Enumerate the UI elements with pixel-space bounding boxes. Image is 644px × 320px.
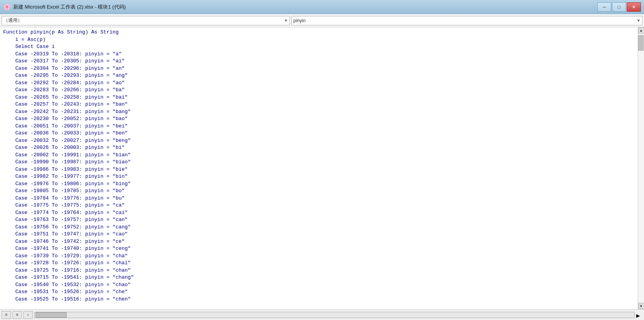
- bottom-btn-1[interactable]: ≡: [2, 311, 11, 319]
- code-line: Case -19739 To -19729: pinyin = "cha": [3, 253, 635, 260]
- code-line: Case -19805 To -19785: pinyin = "bo": [3, 187, 635, 195]
- window-title: 新建 Microsoft Excel 工作表 (2).xlsx - 模块1 (代…: [13, 4, 126, 11]
- bottom-bar: ≡ ≡ ‹ ▶: [0, 309, 644, 320]
- code-line: Case -19976 To -19806: pinyin = "bing": [3, 180, 635, 188]
- window-controls: ─ □ ✕: [597, 2, 641, 12]
- horizontal-scroll-thumb[interactable]: [35, 312, 67, 318]
- code-line: Case -19774 To -19764: pinyin = "cai": [3, 209, 635, 217]
- scroll-thumb[interactable]: [638, 35, 644, 51]
- code-line: Case -20265 To -20258: pinyin = "bai": [3, 94, 635, 101]
- toolbar: （通用） ▼ pinyin ▼: [0, 14, 644, 27]
- close-button[interactable]: ✕: [627, 2, 641, 12]
- code-line: Case -19540 To -19532: pinyin = "chao": [3, 281, 635, 289]
- code-line: Case -20317 To -20305: pinyin = "ai": [3, 58, 635, 65]
- code-line: Case -20295 To -20293: pinyin = "ang": [3, 72, 635, 80]
- code-line: Case -20283 To -20266: pinyin = "ba": [3, 87, 635, 94]
- code-line: Case -20036 To -20033: pinyin = "ben": [3, 130, 635, 137]
- title-bar-left: 🌸 新建 Microsoft Excel 工作表 (2).xlsx - 模块1 …: [3, 3, 126, 11]
- code-line: Case -20051 To -20037: pinyin = "bei": [3, 123, 635, 130]
- code-line: Case -20026 To -20003: pinyin = "bi": [3, 144, 635, 152]
- proc-select-value: pinyin: [293, 18, 305, 23]
- code-line: Case -19728 To -19726: pinyin = "chai": [3, 260, 635, 267]
- code-line: Case -19525 To -19516: pinyin = "chen": [3, 296, 635, 303]
- vertical-scrollbar[interactable]: ▲ ▼: [638, 27, 644, 309]
- app-icon: 🌸: [3, 3, 11, 11]
- code-line: Case -19982 To -19977: pinyin = "bin": [3, 173, 635, 180]
- minimize-button[interactable]: ─: [597, 2, 611, 12]
- code-line: Case -19763 To -19757: pinyin = "can": [3, 216, 635, 224]
- context-select-arrow: ▼: [284, 18, 288, 23]
- code-line: Case -20304 To -20296: pinyin = "an": [3, 65, 635, 72]
- code-line: Case -19784 To -19776: pinyin = "bu": [3, 195, 635, 202]
- code-line: Case -19751 To -19747: pinyin = "cao": [3, 231, 635, 238]
- code-line: Case -20292 To -20284: pinyin = "ao": [3, 80, 635, 87]
- scroll-down-arrow[interactable]: ▼: [638, 303, 644, 309]
- maximize-button[interactable]: □: [612, 2, 626, 12]
- code-line: Case -20230 To -20052: pinyin = "bao": [3, 115, 635, 123]
- code-line: Case -19725 To -19716: pinyin = "chan": [3, 267, 635, 274]
- code-line: i = Asc(p): [3, 36, 635, 44]
- scrollbar-corner: ▶: [636, 312, 642, 318]
- code-line: Case -20257 To -20243: pinyin = "ban": [3, 101, 635, 108]
- code-line: Case -19756 To -19752: pinyin = "cang": [3, 224, 635, 231]
- code-line: Case -19775 To -19775: pinyin = "ca": [3, 202, 635, 209]
- code-line: Case -20032 To -20027: pinyin = "beng": [3, 137, 635, 145]
- code-line: Case -19531 To -19526: pinyin = "che": [3, 288, 635, 296]
- horizontal-scrollbar[interactable]: [34, 312, 635, 318]
- proc-select[interactable]: pinyin ▼: [291, 16, 642, 25]
- bottom-btn-2[interactable]: ≡: [12, 311, 22, 319]
- context-select-value: （通用）: [4, 17, 22, 24]
- code-line: Case -20002 To -19991: pinyin = "bian": [3, 152, 635, 159]
- code-line: Function pinyin(p As String) As String: [3, 29, 635, 36]
- code-line: Case -20319 To -20318: pinyin = "a": [3, 51, 635, 58]
- code-line: Case -19986 To -19983: pinyin = "bie": [3, 166, 635, 173]
- code-line: Case -19741 To -19740: pinyin = "ceng": [3, 245, 635, 253]
- code-line: Select Case i: [3, 43, 635, 51]
- proc-select-arrow: ▼: [637, 18, 640, 23]
- title-bar: 🌸 新建 Microsoft Excel 工作表 (2).xlsx - 模块1 …: [0, 0, 644, 14]
- scroll-track[interactable]: [638, 34, 644, 303]
- code-line: Case -19715 To -19541: pinyin = "chang": [3, 274, 635, 281]
- bottom-btn-3[interactable]: ‹: [23, 311, 33, 319]
- scroll-up-arrow[interactable]: ▲: [638, 27, 644, 34]
- code-line: Case -20242 To -20231: pinyin = "bang": [3, 108, 635, 116]
- code-line: Case -19990 To -19987: pinyin = "biao": [3, 159, 635, 166]
- code-content[interactable]: Function pinyin(p As String) As String i…: [0, 27, 638, 309]
- code-line: Case -19746 To -19742: pinyin = "ce": [3, 238, 635, 246]
- context-select[interactable]: （通用） ▼: [2, 16, 290, 25]
- code-editor: Function pinyin(p As String) As String i…: [0, 27, 644, 309]
